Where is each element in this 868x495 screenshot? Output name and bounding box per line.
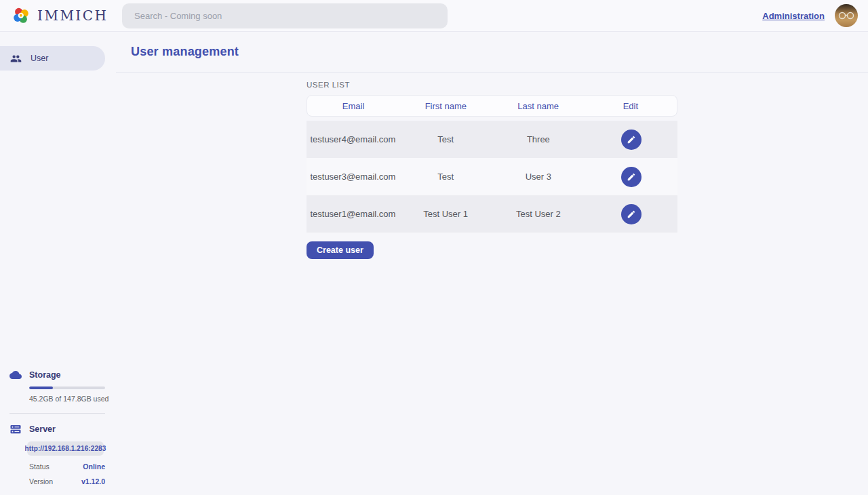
table-body: testuser4@email.com Test Three testuser3… xyxy=(307,121,677,233)
table-row: testuser4@email.com Test Three xyxy=(307,121,677,158)
column-header-email: Email xyxy=(307,101,399,111)
column-header-first-name: First name xyxy=(399,101,492,111)
cell-first-name: Test xyxy=(399,172,492,182)
page-title: User management xyxy=(131,45,239,59)
version-value: v1.12.0 xyxy=(81,477,105,486)
page-layout: User Storage 45.2GB of 147.8GB used xyxy=(0,32,868,495)
section-label: USER LIST xyxy=(307,81,677,89)
pencil-icon xyxy=(627,210,636,219)
server-url-badge: http://192.168.1.216:2283 xyxy=(27,441,104,456)
cell-last-name: Three xyxy=(492,134,585,144)
pencil-icon xyxy=(627,172,636,182)
app-title: IMMICH xyxy=(37,7,108,24)
page-header: User management xyxy=(116,32,868,73)
server-version-row: Version v1.12.0 xyxy=(29,477,105,486)
edit-user-button[interactable] xyxy=(621,130,642,150)
storage-progress-fill xyxy=(29,387,53,389)
user-avatar[interactable] xyxy=(835,4,858,27)
server-icon xyxy=(9,423,22,435)
server-title: Server xyxy=(29,424,56,434)
cell-email: testuser3@email.com xyxy=(307,172,399,182)
user-list-section: USER LIST Email First name Last name Edi… xyxy=(307,73,677,259)
server-header: Server xyxy=(0,423,116,435)
server-status-row: Status Online xyxy=(29,462,105,471)
cloud-icon xyxy=(9,369,22,381)
immich-flower-icon xyxy=(11,5,31,26)
storage-header: Storage xyxy=(0,369,116,381)
table-header-row: Email First name Last name Edit xyxy=(307,95,677,117)
main-content: User management USER LIST Email First na… xyxy=(116,32,868,495)
cell-email: testuser4@email.com xyxy=(307,134,399,144)
edit-user-button[interactable] xyxy=(621,167,642,187)
cell-last-name: User 3 xyxy=(492,172,585,182)
table-row: testuser1@email.com Test User 1 Test Use… xyxy=(307,195,677,233)
cell-last-name: Test User 2 xyxy=(492,209,585,219)
sidebar-item-label: User xyxy=(31,54,48,63)
sidebar: User Storage 45.2GB of 147.8GB used xyxy=(0,32,116,495)
cell-first-name: Test xyxy=(399,134,492,144)
status-label: Status xyxy=(29,462,50,471)
create-user-button[interactable]: Create user xyxy=(307,241,374,259)
column-header-edit: Edit xyxy=(585,101,677,111)
user-table: Email First name Last name Edit testuser… xyxy=(307,95,677,233)
version-label: Version xyxy=(29,477,53,486)
app-logo: IMMICH xyxy=(0,5,122,26)
column-header-last-name: Last name xyxy=(492,101,585,111)
top-bar: IMMICH Administration xyxy=(0,0,868,32)
status-value: Online xyxy=(83,462,105,471)
search-input[interactable] xyxy=(122,3,448,28)
edit-user-button[interactable] xyxy=(621,204,642,224)
sidebar-footer: Storage 45.2GB of 147.8GB used Server ht… xyxy=(0,369,116,495)
top-bar-right: Administration xyxy=(762,4,868,27)
storage-progress-bar xyxy=(29,387,105,389)
sidebar-item-user[interactable]: User xyxy=(0,46,105,71)
sidebar-divider xyxy=(9,413,105,414)
table-row: testuser3@email.com Test User 3 xyxy=(307,158,677,195)
storage-title: Storage xyxy=(29,370,61,380)
people-icon xyxy=(10,53,22,64)
glasses-icon xyxy=(837,12,855,20)
administration-link[interactable]: Administration xyxy=(762,11,825,21)
cell-email: testuser1@email.com xyxy=(307,209,399,219)
storage-usage-text: 45.2GB of 147.8GB used xyxy=(29,395,116,403)
cell-first-name: Test User 1 xyxy=(399,209,492,219)
pencil-icon xyxy=(627,135,636,144)
